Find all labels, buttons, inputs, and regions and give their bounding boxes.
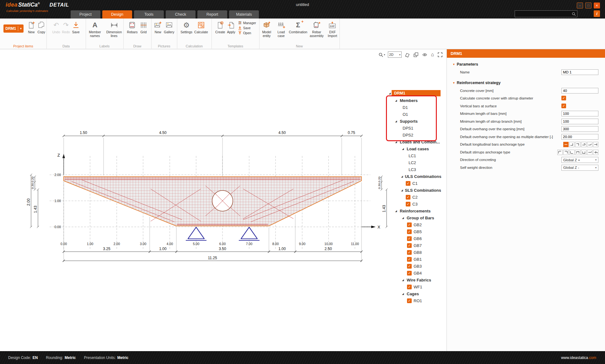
- checkbox-checked[interactable]: ✓: [406, 202, 410, 206]
- tree-item-ro1[interactable]: ✓RO1: [388, 297, 441, 304]
- tree-expander-icon[interactable]: ◢: [401, 279, 405, 281]
- fullscreen-button[interactable]: [437, 51, 443, 58]
- tree-expander-icon[interactable]: ◢: [401, 189, 403, 192]
- tree-item-wf1[interactable]: ✓WF1: [388, 283, 441, 290]
- tree-item-gb4[interactable]: ✓GB4: [388, 270, 441, 276]
- tree-group-group-of-bars[interactable]: ◢Group of Bars: [388, 214, 441, 221]
- member-names-button[interactable]: A Member names: [86, 19, 104, 38]
- grid-button[interactable]: Grid: [139, 19, 148, 35]
- min-length-bars-input[interactable]: [561, 111, 598, 116]
- visibility-button[interactable]: [421, 51, 428, 58]
- close-button[interactable]: ×: [594, 3, 600, 8]
- apply-template-button[interactable]: Apply: [226, 19, 236, 35]
- views-gallery-button[interactable]: [413, 51, 419, 58]
- project-item-selector[interactable]: DRM1 ▾: [3, 24, 24, 33]
- tab-check[interactable]: Check: [166, 10, 195, 19]
- direction-of-concreting-select[interactable]: Global Z + ▾: [561, 157, 598, 163]
- checkbox-checked[interactable]: ✓: [407, 271, 412, 276]
- axonometry-view-button[interactable]: [404, 51, 410, 58]
- model-entity-button[interactable]: Model entity: [259, 19, 274, 38]
- tree-expander-icon[interactable]: ◢: [401, 292, 405, 295]
- tree-item-lc3[interactable]: LC3: [388, 166, 441, 173]
- combination-button[interactable]: Σ+ Combination: [288, 19, 308, 35]
- global-search-input[interactable]: [515, 12, 572, 16]
- calculate-button[interactable]: Calculate: [194, 19, 209, 35]
- tree-group-load-cases[interactable]: ◢Load cases: [388, 145, 441, 152]
- stirrup-anchorage-option-4-icon[interactable]: [575, 150, 581, 155]
- tree-expander-icon[interactable]: ◢: [401, 217, 405, 219]
- anchorage-straight-icon[interactable]: [563, 142, 569, 147]
- anchorage-head-icon[interactable]: [593, 142, 598, 147]
- zoom-all-button[interactable]: ⌂: [430, 51, 435, 58]
- tree-item-gb7[interactable]: ✓GB7: [388, 242, 441, 249]
- template-open-button[interactable]: Open: [238, 31, 256, 35]
- tree-expander-icon[interactable]: ◢: [394, 210, 398, 212]
- tree-expander-icon[interactable]: ◢: [401, 175, 403, 178]
- tree-item-gb5[interactable]: ✓GB5: [388, 228, 441, 235]
- calculate-cover-checkbox[interactable]: ✓: [561, 96, 566, 100]
- settings-button[interactable]: ⚙ Settings: [180, 19, 193, 35]
- min-length-stirrup-input[interactable]: [561, 119, 598, 124]
- tree-group-cages[interactable]: ◢Cages: [388, 290, 441, 297]
- redo-button[interactable]: ↷ Redo: [62, 19, 71, 35]
- dimension-lines-button[interactable]: Dimension lines: [105, 19, 123, 38]
- tree-item-lc2[interactable]: LC2: [388, 159, 441, 166]
- checkbox-checked[interactable]: ✓: [407, 298, 412, 303]
- tree-item-gb1[interactable]: ✓GB1: [388, 256, 441, 263]
- checkbox-checked[interactable]: ✓: [406, 195, 410, 200]
- checkbox-checked[interactable]: ✓: [407, 257, 412, 262]
- tree-item-c1[interactable]: ✓C1: [388, 180, 441, 187]
- tree-group-sls-combinations[interactable]: ◢SLS Combinations: [388, 187, 441, 194]
- checkbox-checked[interactable]: ✓: [407, 243, 412, 248]
- gallery-button[interactable]: Gallery: [163, 19, 175, 35]
- overhang-opening-input[interactable]: [561, 126, 598, 132]
- tab-design[interactable]: Design: [102, 10, 132, 19]
- tab-tools[interactable]: Tools: [134, 10, 164, 19]
- create-template-button[interactable]: Create: [215, 19, 226, 35]
- template-manager-button[interactable]: Manager: [238, 21, 256, 25]
- save-button[interactable]: Save: [71, 19, 81, 35]
- new-project-item-button[interactable]: New: [27, 19, 36, 35]
- tree-group-reinforcements[interactable]: ◢Reinforcements: [388, 207, 441, 214]
- stirrup-anchorage-option-6-icon[interactable]: [587, 150, 592, 155]
- anchorage-bend-up-icon[interactable]: [569, 142, 575, 147]
- stirrup-anchorage-option-3-icon[interactable]: [569, 150, 575, 155]
- drawing-viewport[interactable]: Z X 2.00 1.00 0.00: [0, 49, 447, 351]
- concrete-cover-input[interactable]: [561, 88, 598, 94]
- tree-expander-icon[interactable]: ◢: [388, 92, 392, 95]
- support-dps2[interactable]: [239, 227, 260, 240]
- stirrup-anchorage-option-1-icon[interactable]: [557, 150, 563, 155]
- zoom-dropdown[interactable]: ▾: [378, 51, 386, 58]
- anchorage-bend-down-icon[interactable]: [575, 142, 581, 147]
- name-input[interactable]: [561, 69, 598, 75]
- checkbox-checked[interactable]: ✓: [407, 250, 412, 255]
- copy-project-item-button[interactable]: Copy: [37, 19, 46, 35]
- website-link[interactable]: www.ideastatica.com: [561, 356, 596, 360]
- overhang-multiple-input[interactable]: [561, 134, 598, 140]
- tree-item-gb6[interactable]: ✓GB6: [388, 235, 441, 242]
- tree-item-gb2[interactable]: ✓GB2: [388, 221, 441, 228]
- tree-item-c2[interactable]: ✓C2: [388, 194, 441, 201]
- support-dps1[interactable]: [186, 227, 206, 240]
- opening-o1[interactable]: [212, 190, 233, 211]
- checkbox-checked[interactable]: ✓: [407, 264, 412, 269]
- tree-group-wire-fabrics[interactable]: ◢Wire Fabrics: [388, 276, 441, 283]
- tree-item-c3[interactable]: ✓C3: [388, 201, 441, 207]
- template-save-button[interactable]: Save: [238, 26, 256, 30]
- rebars-button[interactable]: Rebars: [126, 19, 138, 35]
- tree-group-uls-combinations[interactable]: ◢ULS Combinations: [388, 173, 441, 180]
- new-picture-button[interactable]: New: [153, 19, 163, 35]
- maximize-button[interactable]: □: [585, 3, 592, 8]
- checkbox-checked[interactable]: ✓: [407, 285, 412, 289]
- global-search[interactable]: [515, 10, 577, 17]
- self-weight-direction-select[interactable]: Global Z - ▾: [561, 165, 598, 171]
- vertical-bars-checkbox[interactable]: ✓: [561, 104, 566, 108]
- stirrup-anchorage-option-7-icon[interactable]: [593, 150, 598, 155]
- checkbox-checked[interactable]: ✓: [406, 181, 410, 186]
- member-d1[interactable]: [64, 177, 361, 226]
- tree-item-gb8[interactable]: ✓GB8: [388, 249, 441, 256]
- tree-item-gb3[interactable]: ✓GB3: [388, 263, 441, 270]
- rebar-assembly-button[interactable]: Rebar assembly: [308, 19, 324, 38]
- load-case-button[interactable]: Load case: [275, 19, 287, 38]
- checkbox-checked[interactable]: ✓: [407, 236, 412, 241]
